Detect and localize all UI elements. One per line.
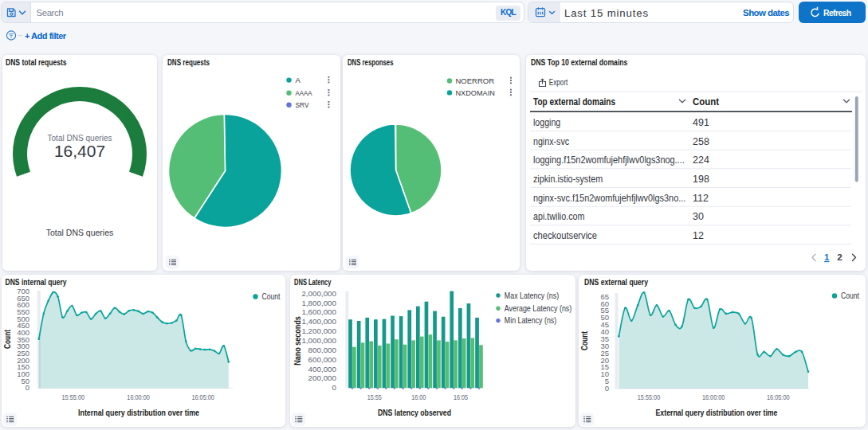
svg-text:Average Latency (ns): Average Latency (ns) [505,303,572,313]
svg-text:1,000,000: 1,000,000 [301,336,336,345]
svg-text:DNS latency observed: DNS latency observed [378,408,451,417]
svg-text:800,000: 800,000 [308,346,337,354]
svg-text:api.twilio.com: api.twilio.com [533,210,584,222]
svg-text:Internal query distribution ov: Internal query distribution over time [78,408,199,417]
svg-text:Export: Export [549,77,568,87]
svg-text:224: 224 [693,154,709,166]
svg-text:2: 2 [837,252,842,262]
svg-text:NXDOMAIN: NXDOMAIN [456,88,495,97]
svg-text:Total DNS queries: Total DNS queries [46,228,114,237]
svg-text:zipkin.istio-system: zipkin.istio-system [533,173,603,185]
svg-text:checkoutservice: checkoutservice [533,229,597,241]
svg-text:112: 112 [693,193,709,204]
svg-text:12: 12 [693,230,704,241]
svg-text:700: 700 [17,287,29,295]
svg-text:200,000: 200,000 [308,373,337,382]
svg-text:Max Latency (ns): Max Latency (ns) [505,291,559,300]
svg-text:65: 65 [600,292,609,301]
svg-text:16:00: 16:00 [411,393,426,401]
svg-text:1: 1 [824,252,830,262]
svg-text:16:05: 16:05 [454,393,468,401]
svg-text:1,400,000: 1,400,000 [301,317,336,326]
svg-text:Count: Count [841,291,859,300]
svg-text:SRV: SRV [296,100,310,109]
svg-text:15:55:00: 15:55:00 [638,393,661,401]
svg-text:Min Latency (ns): Min Latency (ns) [505,315,556,325]
svg-text:15:55: 15:55 [367,393,382,401]
svg-text:DNS Latency: DNS Latency [294,277,332,287]
svg-text:2,000,000: 2,000,000 [301,289,336,298]
svg-text:16:00:00: 16:00:00 [702,393,725,401]
svg-text:AAAA: AAAA [296,88,313,97]
svg-text:400,000: 400,000 [308,365,337,373]
svg-text:491: 491 [693,117,709,128]
svg-text:A: A [296,76,301,84]
svg-text:30: 30 [693,211,704,222]
svg-text:nginx-svc: nginx-svc [533,135,569,147]
svg-text:nginx-svc.f15n2womfujehfjlwv0l: nginx-svc.f15n2womfujehfjlwv0lgs3no... [533,192,685,204]
svg-text:1,200,000: 1,200,000 [301,326,336,335]
svg-text:DNS Top 10 external domains: DNS Top 10 external domains [531,57,628,67]
svg-text:16:05:00: 16:05:00 [767,393,790,401]
svg-text:16:05:00: 16:05:00 [191,393,214,401]
svg-text:External query distribution ov: External query distribution over time [656,408,778,417]
svg-text:DNS external query: DNS external query [584,277,648,287]
svg-text:16:00:00: 16:00:00 [127,393,150,401]
svg-text:15:55:00: 15:55:00 [62,393,85,401]
svg-text:Count: Count [580,330,589,350]
svg-text:Count: Count [3,329,12,349]
svg-text:Count: Count [693,96,719,108]
svg-text:1,600,000: 1,600,000 [301,307,336,316]
svg-text:DNS requests: DNS requests [167,57,210,67]
svg-text:600,000: 600,000 [308,355,337,364]
svg-text:198: 198 [693,174,709,185]
svg-text:1,800,000: 1,800,000 [301,299,336,307]
svg-text:logging: logging [533,116,560,128]
svg-text:16,407: 16,407 [54,142,105,160]
svg-text:0: 0 [332,383,337,392]
svg-text:DNS internal query: DNS internal query [6,277,67,287]
svg-text:DNS total requests: DNS total requests [6,57,67,67]
svg-text:Count: Count [262,291,281,301]
svg-text:Top external domains: Top external domains [533,96,615,108]
svg-text:DNS responses: DNS responses [348,57,394,67]
svg-text:NOERROR: NOERROR [456,76,495,85]
svg-text:logging.f15n2womfujehfjlwv0lgs: logging.f15n2womfujehfjlwv0lgs3nog.... [533,154,685,166]
svg-text:Nano seconds: Nano seconds [293,316,302,366]
svg-text:258: 258 [693,136,709,147]
